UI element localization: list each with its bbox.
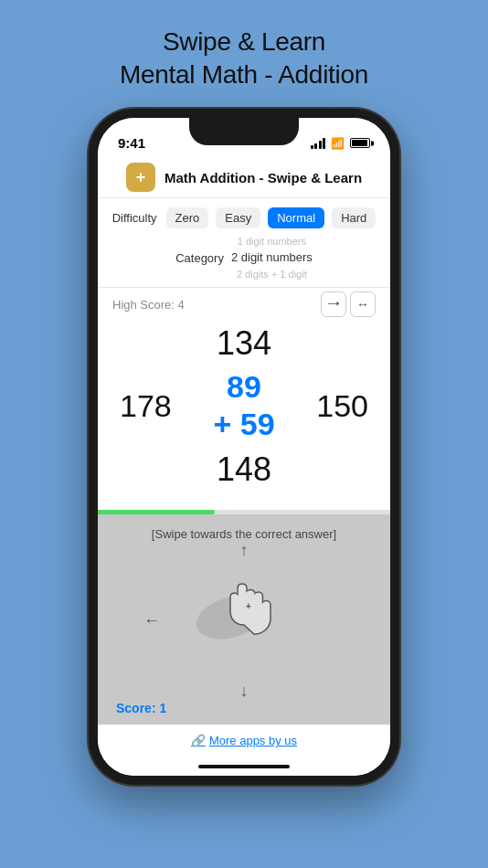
hand-gesture-icon: + (180, 566, 308, 675)
difficulty-hard[interactable]: Hard (332, 207, 376, 228)
status-time: 9:41 (118, 135, 145, 151)
status-icons: 📶 (311, 137, 371, 150)
center-equation: 89 + 59 (213, 368, 274, 443)
move-buttons: ⭢ ↔ (321, 291, 376, 317)
category-row: Category 1 digit numbers 2 digit numbers… (98, 232, 390, 288)
math-area: 134 178 89 + 59 150 148 (98, 321, 390, 509)
category-scroll[interactable]: 1 digit numbers 2 digit numbers 2 digits… (231, 234, 313, 282)
swipe-area[interactable]: [Swipe towards the correct answer] ↑ ← ↓ (98, 514, 390, 725)
signal-icon (311, 138, 326, 149)
difficulty-zero[interactable]: Zero (166, 207, 209, 228)
battery-icon (350, 138, 370, 148)
nav-bar: + Math Addition - Swipe & Learn (98, 158, 390, 198)
swipe-hint: [Swipe towards the correct answer] (152, 527, 336, 541)
more-apps-link[interactable]: 🔗 More apps by us (191, 734, 297, 747)
left-number: 178 (120, 388, 172, 424)
score-row: High Score: 4 ⭢ ↔ (98, 288, 390, 321)
arrow-left-icon: ← (143, 611, 160, 630)
app-title: Swipe & Learn Mental Math - Addition (120, 0, 368, 109)
bottom-answer: 148 (217, 447, 271, 494)
nav-title: Math Addition - Swipe & Learn (164, 170, 362, 185)
move-horizontal-button[interactable]: ↔ (350, 291, 376, 317)
math-row: 178 89 + 59 150 (98, 365, 390, 447)
high-score-text: High Score: 4 (112, 298, 185, 312)
category-label: Category (175, 251, 224, 265)
phone-frame: 9:41 📶 + Math Addition - Swipe & Learn (89, 109, 399, 785)
wifi-icon: 📶 (331, 137, 345, 150)
equation-top: 89 (227, 368, 261, 406)
difficulty-easy[interactable]: Easy (216, 207, 260, 228)
more-apps-label: More apps by us (209, 734, 297, 747)
arrow-down-icon: ↓ (240, 682, 249, 701)
move-all-directions-button[interactable]: ⭢ (321, 291, 346, 317)
arrow-up-icon: ↑ (240, 541, 249, 560)
svg-text:+: + (246, 601, 251, 611)
difficulty-normal[interactable]: Normal (268, 207, 324, 228)
equation-bottom: + 59 (213, 406, 274, 443)
category-current: 2 digit numbers (231, 249, 313, 267)
right-number: 150 (316, 388, 368, 424)
difficulty-row: Difficulty Zero Easy Normal Hard (98, 198, 390, 232)
gesture-area: ↑ ← ↓ (116, 541, 372, 701)
home-indicator (98, 757, 390, 776)
difficulty-label: Difficulty (112, 211, 157, 225)
more-apps-bar: 🔗 More apps by us (98, 725, 390, 757)
top-answer: 134 (217, 321, 271, 365)
score-display: Score: 1 (116, 701, 166, 715)
nav-app-icon: + (126, 163, 155, 192)
score-value: 1 (159, 701, 166, 715)
home-bar (198, 765, 290, 768)
link-icon: 🔗 (191, 734, 206, 747)
